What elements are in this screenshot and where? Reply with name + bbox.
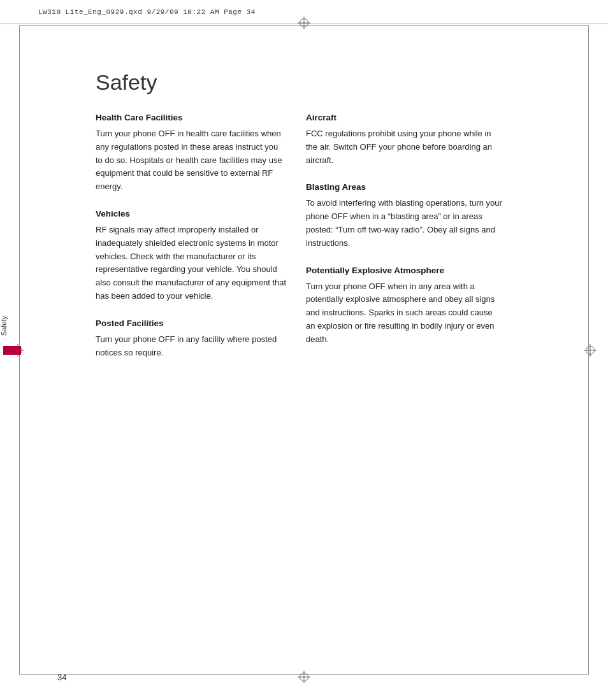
crosshair-circle	[300, 673, 308, 682]
header-text: LW310 Lite_Eng_0929.qxd 9/29/09 10:22 AM…	[38, 8, 256, 16]
crosshair-circle	[300, 18, 308, 27]
section-body-aircraft: FCC regulations prohibit using your phon…	[306, 127, 503, 167]
side-tab-color-bar	[3, 346, 21, 355]
page-number: 34	[57, 673, 66, 682]
content-area: Health Care Facilities Turn your phone O…	[96, 113, 570, 375]
crosshair-top	[298, 17, 310, 29]
section-title-health-care: Health Care Facilities	[96, 113, 287, 122]
section-title-aircraft: Aircraft	[306, 113, 503, 122]
section-body-potentially-explosive: Turn your phone OFF when in any area wit…	[306, 280, 503, 346]
main-content: Safety Health Care Facilities Turn your …	[38, 35, 570, 665]
section-body-vehicles: RF signals may affect improperly install…	[96, 224, 287, 303]
page-title: Safety	[96, 70, 570, 95]
section-aircraft: Aircraft FCC regulations prohibit using …	[306, 113, 503, 167]
left-column: Health Care Facilities Turn your phone O…	[96, 113, 287, 375]
section-body-posted-facilities: Turn your phone OFF in any facility wher…	[96, 333, 287, 360]
section-body-blasting-areas: To avoid interfering with blasting opera…	[306, 197, 503, 250]
section-body-health-care: Turn your phone OFF in health care facil…	[96, 127, 287, 194]
side-tab: Safety	[0, 312, 24, 355]
section-vehicles: Vehicles RF signals may affect improperl…	[96, 209, 287, 303]
section-title-potentially-explosive: Potentially Explosive Atmosphere	[306, 266, 503, 275]
section-title-blasting-areas: Blasting Areas	[306, 182, 503, 192]
section-health-care: Health Care Facilities Turn your phone O…	[96, 113, 287, 194]
section-title-vehicles: Vehicles	[96, 209, 287, 218]
section-potentially-explosive: Potentially Explosive Atmosphere Turn yo…	[306, 266, 503, 346]
crosshair-circle	[586, 346, 595, 355]
section-blasting-areas: Blasting Areas To avoid interfering with…	[306, 182, 503, 250]
right-column: Aircraft FCC regulations prohibit using …	[306, 113, 503, 375]
crosshair-bottom	[298, 671, 310, 683]
side-tab-label: Safety	[0, 312, 8, 339]
section-posted-facilities: Posted Facilities Turn your phone OFF in…	[96, 318, 287, 360]
crosshair-right	[584, 344, 597, 357]
section-title-posted-facilities: Posted Facilities	[96, 318, 287, 328]
